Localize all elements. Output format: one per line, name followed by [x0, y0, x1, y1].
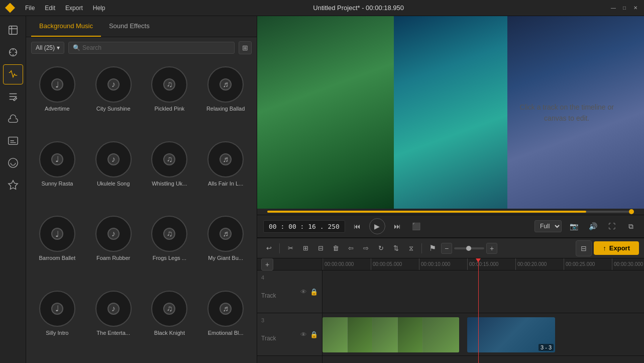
list-item[interactable]: ♫ Frogs Legs ... — [143, 212, 197, 285]
move-left-button[interactable]: ⇦ — [344, 242, 357, 255]
sidebar-item-media[interactable] — [3, 20, 23, 40]
ruler-tick: 00:00:10.000 — [419, 258, 467, 270]
stop-button[interactable]: ⬛ — [409, 219, 423, 233]
speed-button[interactable]: ⧖ — [404, 242, 417, 255]
progress-fill — [267, 211, 586, 213]
clip-frames-warm — [323, 317, 459, 352]
grid-toggle-button[interactable]: ⊞ — [239, 41, 252, 54]
crop-button[interactable]: ⊞ — [299, 242, 312, 255]
music-item-label: Sunny Rasta — [41, 180, 73, 187]
music-item-label: My Giant Bu... — [208, 255, 243, 261]
list-item[interactable]: ♪ The Enterta... — [86, 287, 141, 359]
progress-bar[interactable] — [267, 211, 634, 213]
maximize-button[interactable]: □ — [621, 5, 628, 12]
clip-frame — [323, 317, 348, 352]
list-item[interactable]: ♬ Relaxing Ballad — [198, 62, 253, 135]
cut-button[interactable]: ✂ — [284, 242, 297, 255]
ruler-tick: 00:00:25.000 — [564, 258, 612, 270]
add-track-button[interactable]: + — [261, 258, 273, 270]
window-controls: — □ ✕ — [610, 5, 639, 12]
list-item[interactable]: ♩ Sunny Rasta — [30, 137, 84, 210]
sidebar-item-mask[interactable] — [3, 153, 23, 173]
preview-placeholder: Click a track on the timeline or canvas … — [519, 101, 614, 124]
sidebar-item-audio[interactable] — [3, 64, 23, 84]
flip-button[interactable]: ⇅ — [389, 242, 402, 255]
marker-button[interactable]: ⚑ — [426, 242, 439, 255]
track-eye-icon-3[interactable]: 👁 — [300, 331, 307, 338]
screenshot-button[interactable]: 📷 — [567, 219, 581, 233]
pip-button[interactable]: ⧉ — [624, 219, 638, 233]
export-button[interactable]: ↑ Export — [594, 241, 639, 255]
skip-back-button[interactable]: ⏮ — [350, 219, 364, 233]
sidebar-item-effects[interactable] — [3, 42, 23, 62]
sidebar-item-subtitles[interactable] — [3, 131, 23, 151]
sidebar-item-cloud[interactable] — [3, 109, 23, 129]
zoom-out-button[interactable]: − — [441, 243, 452, 254]
track-label-4: 4 Track 👁 🔒 — [257, 270, 322, 313]
fullscreen-button[interactable]: ⛶ — [605, 219, 619, 233]
list-item[interactable]: ♪ Ukulele Song — [86, 137, 141, 210]
sidebar-item-text[interactable] — [3, 86, 23, 107]
list-item[interactable]: ♩ Silly Intro — [30, 287, 84, 359]
menu-export[interactable]: Export — [63, 4, 85, 13]
svg-rect-0 — [9, 26, 17, 35]
volume-button[interactable]: 🔊 — [586, 219, 600, 233]
delete-button[interactable]: 🗑 — [329, 242, 342, 255]
ruler-tick: 00:00:20.000 — [515, 258, 564, 270]
tab-background-music[interactable]: Background Music — [31, 16, 101, 37]
track-lock-icon-4[interactable]: 🔒 — [310, 288, 318, 296]
music-item-label: Foam Rubber — [96, 255, 130, 261]
playhead[interactable] — [478, 258, 479, 363]
track-clip-warm[interactable] — [323, 317, 459, 352]
tab-sound-effects[interactable]: Sound Effects — [101, 16, 158, 37]
skip-forward-button[interactable]: ⏭ — [390, 219, 404, 233]
list-item[interactable]: ♪ City Sunshine — [86, 62, 141, 135]
filter-dropdown[interactable]: All (25) ▾ — [31, 42, 64, 54]
list-item[interactable]: ♫ Pickled Pink — [143, 62, 197, 135]
list-item[interactable]: ♬ Alls Fair In L... — [198, 137, 253, 210]
track-lock-icon-3[interactable]: 🔒 — [310, 331, 318, 338]
list-item[interactable]: ♬ My Giant Bu... — [198, 212, 253, 285]
menu-edit[interactable]: Edit — [43, 4, 57, 13]
minimize-button[interactable]: — — [610, 5, 617, 12]
list-item[interactable]: ♩ Barroom Ballet — [30, 212, 84, 285]
close-button[interactable]: ✕ — [632, 5, 639, 12]
zoom-slider[interactable] — [454, 247, 484, 249]
play-button[interactable]: ▶ — [369, 218, 385, 234]
music-thumb: ♫ — [151, 141, 187, 177]
video-panel-2 — [394, 16, 507, 209]
list-item[interactable]: ♩ Advertime — [30, 62, 84, 135]
music-item-label: Whistling Uk... — [152, 180, 187, 187]
quality-select[interactable]: Full — [534, 220, 562, 232]
list-item[interactable]: ♬ Emotional Bl... — [198, 287, 253, 359]
list-item[interactable]: ♫ Whistling Uk... — [143, 137, 197, 210]
music-note-icon: ♩ — [55, 304, 59, 313]
zoom-control: − + — [441, 243, 497, 254]
menu-file[interactable]: File — [23, 4, 37, 13]
list-item[interactable]: ♪ Foam Rubber — [86, 212, 141, 285]
track-labels-panel: + 4 Track 👁 🔒 3 Track 👁 🔒 — [257, 258, 323, 363]
clip-label: 3 - 3 — [539, 344, 554, 351]
music-item-label: Alls Fair In L... — [208, 180, 243, 187]
track-eye-icon-4[interactable]: 👁 — [300, 288, 307, 296]
preview-controls: 00 : 00 : 16 . 250 ⏮ ▶ ⏭ ⬛ Full 📷 🔊 ⛶ ⧉ — [257, 215, 644, 237]
undo-button[interactable]: ↩ — [262, 242, 275, 255]
music-thumb: ♬ — [207, 291, 244, 327]
progress-thumb — [629, 209, 634, 214]
search-input[interactable] — [82, 44, 230, 51]
sidebar-item-favorites[interactable] — [3, 175, 23, 195]
zoom-in-button[interactable]: + — [486, 243, 497, 254]
list-item[interactable]: ♫ Black Knight — [143, 287, 197, 359]
clip-frame — [423, 317, 459, 352]
music-item-label: The Enterta... — [96, 330, 130, 336]
music-note-icon: ♬ — [223, 229, 229, 238]
split-button[interactable]: ⊟ — [314, 242, 327, 255]
music-item-label: Advertime — [45, 106, 70, 112]
music-thumb: ♩ — [39, 216, 75, 252]
move-right-button[interactable]: ⇨ — [359, 242, 372, 255]
menu-help[interactable]: Help — [91, 4, 108, 13]
snapshot-button[interactable]: ⊟ — [576, 240, 592, 256]
rotate-button[interactable]: ↻ — [374, 242, 387, 255]
track-clip-cool[interactable]: 3 - 3 — [467, 317, 555, 352]
music-thumb: ♪ — [95, 141, 132, 177]
